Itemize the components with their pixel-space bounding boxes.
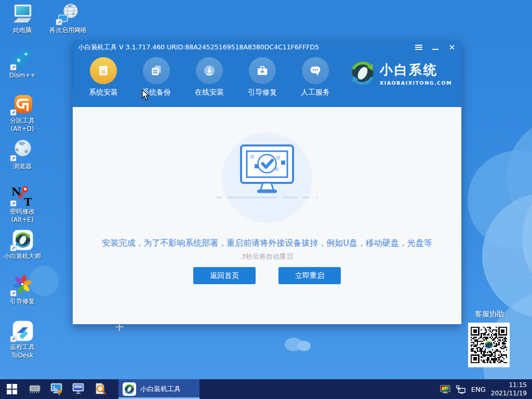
desktop-icon-xiaobai-master[interactable]: 小白装机大师 [0,229,45,261]
taskbar-app-xiaobai[interactable]: 小白装机工具 [118,379,200,399]
window-title: 小白装机工具 V 3.1.717.460 URID:88A24525169518… [78,43,319,51]
mouse-cursor [142,89,151,101]
monitor-keyboard-icon [71,382,86,396]
desktop-icon-password-reset[interactable]: N T 密码修改(Alt+E) [0,184,45,224]
clock-time: 11:15 [491,381,527,389]
desktop-icon-this-pc[interactable]: 此电脑 [0,3,45,35]
taskbar-item-memory-tool[interactable] [24,379,46,399]
brand-logo: 小白系统 XIAOBAIXITONG.COM [350,61,452,86]
logo-subtitle: XIAOBAIXITONG.COM [380,80,452,86]
restart-now-button[interactable]: 立即重启 [278,267,341,284]
tab-label: 系统备份 [130,88,183,97]
computer-icon [10,3,35,26]
chat-bubble-icon [309,64,322,77]
icon-label: Dism++ [0,72,45,80]
window-content: 安装完成，为了不影响系统部署，重启前请将外接设备拔掉，例如U盘，移动硬盘，光盘等… [73,107,461,324]
desktop-icon-browser[interactable]: 浏览器 [0,139,45,171]
install-success-illustration [210,131,324,230]
todesk-arrows-icon [10,320,35,343]
ram-chip-icon [28,383,42,395]
logo-title: 小白系统 [380,61,452,78]
install-box-icon [97,64,110,77]
monitor-key-icon [49,382,64,396]
tab-label: 在线安装 [183,88,236,97]
taskbar-item-search-tool[interactable] [89,379,111,399]
minimize-icon[interactable] [431,43,440,51]
tab-online-install[interactable]: 在线安装 [183,54,236,107]
tab-label: 人工服务 [289,88,342,97]
network-status-icon[interactable] [456,385,466,394]
language-indicator[interactable]: ENG [471,385,486,393]
clock-date: 2021/11/19 [491,389,527,397]
close-icon[interactable]: × [448,43,456,51]
window-toolbar: 系统安装 系统备份 在线安装 [73,54,461,107]
qr-title: 客服协助 [468,310,511,319]
tab-system-install[interactable]: 系统安装 [77,54,130,107]
desktop-icon-boot-repair[interactable]: 引导修复 [0,274,45,306]
desktop-icon-todesk[interactable]: 远程工具ToDesk [0,320,45,360]
tab-boot-repair[interactable]: 引导修复 [236,54,289,107]
download-icon [203,64,216,77]
restart-countdown: 3秒后将自动重启 [73,252,461,261]
start-button[interactable] [0,379,24,399]
display-color-icon[interactable] [440,385,450,394]
browser-globe-icon [10,139,35,162]
toolbox-repair-icon [256,64,269,77]
desktop-icon-partition-tool[interactable]: 分区工具(Alt+D) [0,94,45,133]
pinwheel-icon [10,274,35,297]
magnifier-document-icon [94,382,107,396]
nt-password-key-icon: N T [10,184,35,207]
window-titlebar[interactable]: 小白装机工具 V 3.1.717.460 URID:88A24525169518… [73,41,461,54]
menu-icon[interactable] [415,43,423,51]
icon-label: 分区工具 [0,117,45,125]
xiaobai-logo-icon [10,229,35,252]
qr-code [468,323,510,367]
app-icon [123,382,136,396]
windows-logo-icon [7,384,17,394]
desktop-icon-dism[interactable]: Dism++ [0,48,45,80]
gears-icon [10,48,35,71]
icon-label: 浏览器 [0,163,45,171]
app-window: 小白装机工具 V 3.1.717.460 URID:88A24525169518… [73,41,461,324]
icon-label: 密码修改 [0,208,45,216]
network-globe-icon [56,3,81,26]
completion-message: 安装完成，为了不影响系统部署，重启前请将外接设备拔掉，例如U盘，移动硬盘，光盘等 [73,238,461,249]
icon-label: 此电脑 [0,26,45,35]
tab-system-backup[interactable]: 系统备份 [130,54,183,107]
back-home-button[interactable]: 返回首页 [193,267,256,284]
tab-label: 引导修复 [236,88,289,97]
icon-label: 远程工具 [0,343,45,352]
desktop-icon-enable-network[interactable]: 再次启用网络 [46,3,90,35]
taskbar-item-display-tool[interactable] [46,379,68,399]
taskbar: 小白装机工具 ENG 11:15 2021/11/19 [0,379,532,399]
tab-human-service[interactable]: 人工服务 [289,54,342,107]
backup-icon [150,64,163,77]
svg-text:T: T [24,195,32,207]
taskbar-app-label: 小白装机工具 [140,384,181,394]
icon-label: 小白装机大师 [0,252,45,261]
taskbar-item-onscreen-keyboard[interactable] [68,379,89,399]
clock[interactable]: 11:15 2021/11/19 [491,381,527,397]
icon-label: 再次启用网络 [46,26,90,35]
tab-label: 系统安装 [77,88,130,97]
xiaobai-logo-icon [350,61,375,86]
disk-partition-icon [10,94,35,116]
icon-label: 引导修复 [0,298,45,306]
system-tray: ENG 11:15 2021/11/19 [440,381,532,397]
support-qr-panel: 客服协助 [468,310,511,367]
desktop: 此电脑 再次启用网络 Dism++ [0,0,532,399]
